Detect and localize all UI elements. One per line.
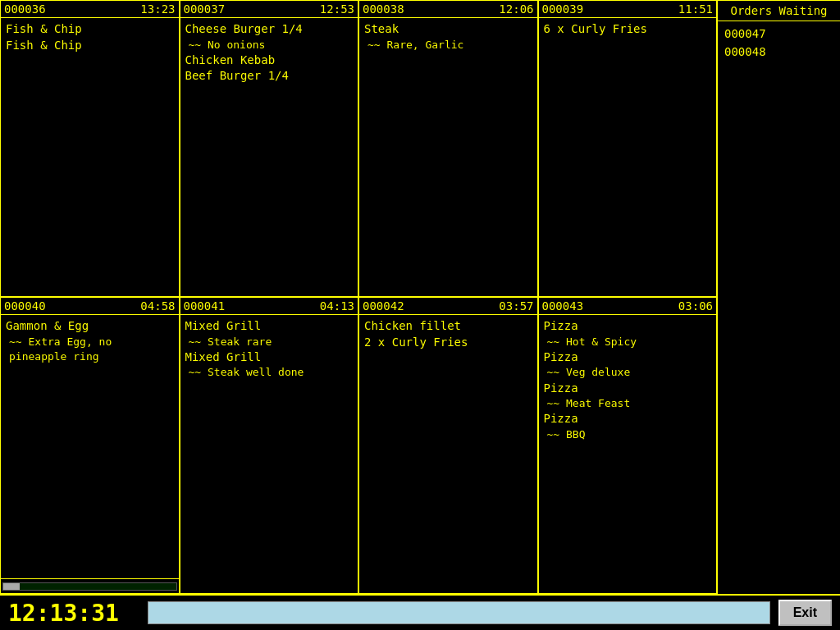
order-item: 2 x Curly Fries — [364, 335, 532, 351]
order-header-000040: 00004004:58 — [1, 298, 179, 315]
grid-area: 00003613:23Fish & ChipFish & Chip0000371… — [0, 0, 840, 594]
order-cell-000038[interactable]: 00003812:06Steak~~ Rare, Garlic — [358, 0, 538, 297]
order-header-000041: 00004104:13 — [180, 298, 358, 315]
order-header-000043: 00004303:06 — [539, 298, 717, 315]
main-container: 00003613:23Fish & ChipFish & Chip0000371… — [0, 0, 840, 630]
order-id: 000036 — [4, 2, 46, 16]
waiting-order[interactable]: 000047 — [724, 25, 833, 43]
order-item: ~~ Steak well done — [185, 365, 354, 380]
order-cell-000037[interactable]: 00003712:53Cheese Burger 1/4~~ No onions… — [180, 0, 359, 297]
order-item: Fish & Chip — [6, 21, 174, 38]
order-header-000037: 00003712:53 — [180, 1, 358, 18]
order-body-000040: Gammon & Egg~~ Extra Egg, no pineapple r… — [1, 315, 179, 578]
order-body-000038: Steak~~ Rare, Garlic — [359, 18, 537, 296]
clock-display: 12:13:31 — [8, 600, 139, 627]
order-id: 000041 — [184, 299, 226, 313]
order-id: 000042 — [363, 299, 404, 313]
order-item: Chicken fillet — [364, 318, 532, 335]
order-header-000038: 00003812:06 — [359, 1, 537, 18]
order-id: 000043 — [542, 299, 584, 313]
order-item: Gammon & Egg — [6, 318, 174, 335]
order-body-000043: Pizza~~ Hot & SpicyPizza~~ Veg deluxePiz… — [539, 315, 717, 593]
order-time: 04:13 — [320, 299, 354, 313]
order-cell-000036[interactable]: 00003613:23Fish & ChipFish & Chip — [0, 0, 180, 297]
waiting-order[interactable]: 000048 — [724, 43, 833, 61]
order-item: ~~ Steak rare — [185, 335, 354, 349]
bottom-bar: 12:13:31 Exit — [0, 594, 840, 630]
order-body-000037: Cheese Burger 1/4~~ No onionsChicken Keb… — [180, 18, 358, 296]
order-body-000041: Mixed Grill~~ Steak rareMixed Grill~~ St… — [180, 315, 358, 593]
orders-grid: 00003613:23Fish & ChipFish & Chip0000371… — [0, 0, 717, 594]
order-item: Pizza — [544, 318, 712, 335]
order-header-000039: 00003911:51 — [539, 1, 717, 18]
order-cell-000040[interactable]: 00004004:58Gammon & Egg~~ Extra Egg, no … — [0, 297, 180, 594]
order-item: ~~ No onions — [185, 38, 354, 52]
order-time: 03:06 — [678, 299, 713, 313]
order-time: 11:51 — [678, 2, 713, 16]
order-id: 000038 — [363, 2, 404, 16]
order-item: Pizza — [544, 381, 712, 397]
order-item: ~~ Meat Feast — [544, 396, 712, 411]
order-item: Fish & Chip — [6, 38, 174, 54]
exit-button[interactable]: Exit — [778, 600, 832, 626]
order-item: Mixed Grill — [185, 349, 354, 366]
order-body-000039: 6 x Curly Fries — [539, 18, 717, 296]
order-item: ~~ Rare, Garlic — [364, 38, 532, 52]
order-item: Pizza — [544, 411, 712, 427]
order-id: 000039 — [542, 2, 584, 16]
order-time: 12:53 — [320, 2, 354, 16]
order-item: Chicken Kebab — [185, 52, 354, 69]
order-cell-000043[interactable]: 00004303:06Pizza~~ Hot & SpicyPizza~~ Ve… — [538, 297, 718, 594]
order-id: 000040 — [4, 299, 46, 313]
sidebar: Orders Waiting 000047000048 — [717, 0, 840, 594]
order-item: 6 x Curly Fries — [544, 21, 712, 38]
order-item: ~~ Hot & Spicy — [544, 335, 712, 349]
message-input[interactable] — [148, 601, 770, 624]
order-time: 12:06 — [499, 2, 533, 16]
sidebar-header: Orders Waiting — [718, 1, 840, 21]
order-header-000036: 00003613:23 — [1, 1, 179, 18]
order-item: Beef Burger 1/4 — [185, 68, 354, 84]
order-item: ~~ Veg deluxe — [544, 365, 712, 380]
order-body-000036: Fish & ChipFish & Chip — [1, 18, 179, 296]
order-item: Steak — [364, 21, 532, 38]
order-item: Mixed Grill — [185, 318, 354, 335]
order-cell-000042[interactable]: 00004203:57Chicken fillet2 x Curly Fries — [358, 297, 538, 594]
order-cell-000041[interactable]: 00004104:13Mixed Grill~~ Steak rareMixed… — [180, 297, 359, 594]
sidebar-body: 000047000048 — [718, 21, 840, 65]
order-time: 03:57 — [499, 299, 533, 313]
order-time: 04:58 — [140, 299, 175, 313]
order-header-000042: 00004203:57 — [359, 298, 537, 315]
order-body-000042: Chicken fillet2 x Curly Fries — [359, 315, 537, 593]
order-item: Cheese Burger 1/4 — [185, 21, 354, 38]
order-item: Pizza — [544, 349, 712, 366]
order-item: ~~ Extra Egg, no pineapple ring — [6, 335, 174, 364]
order-item: ~~ BBQ — [544, 427, 712, 442]
order-time: 13:23 — [140, 2, 175, 16]
order-id: 000037 — [184, 2, 226, 16]
order-cell-000039[interactable]: 00003911:516 x Curly Fries — [538, 0, 718, 297]
scrollbar[interactable] — [1, 578, 179, 593]
